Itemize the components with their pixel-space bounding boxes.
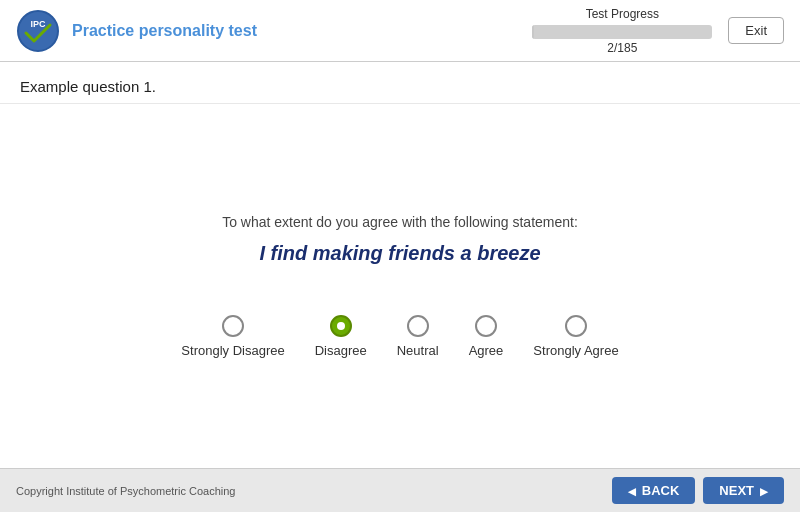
radio-disagree[interactable] xyxy=(330,315,352,337)
option-label-disagree: Disagree xyxy=(315,343,367,358)
option-label-agree: Agree xyxy=(469,343,504,358)
question-area: To what extent do you agree with the fol… xyxy=(0,104,800,468)
copyright-text: Copyright Institute of Psychometric Coac… xyxy=(16,485,236,497)
back-label: BACK xyxy=(642,483,680,498)
radio-neutral[interactable] xyxy=(407,315,429,337)
question-statement: I find making friends a breeze xyxy=(259,242,540,265)
next-label: NEXT xyxy=(719,483,754,498)
back-button[interactable]: BACK xyxy=(612,477,696,504)
back-arrow-icon xyxy=(628,483,636,498)
progress-label: Test Progress xyxy=(586,7,659,21)
radio-inner-disagree xyxy=(337,322,345,330)
radio-agree[interactable] xyxy=(475,315,497,337)
option-strongly-disagree[interactable]: Strongly Disagree xyxy=(181,315,284,358)
radio-strongly-agree[interactable] xyxy=(565,315,587,337)
footer: Copyright Institute of Psychometric Coac… xyxy=(0,468,800,512)
progress-count: 2/185 xyxy=(607,41,637,55)
option-agree[interactable]: Agree xyxy=(469,315,504,358)
question-label: Example question 1. xyxy=(0,62,800,104)
option-label-neutral: Neutral xyxy=(397,343,439,358)
svg-text:IPC: IPC xyxy=(30,19,46,29)
options-row: Strongly Disagree Disagree Neutral Agree xyxy=(181,315,618,358)
nav-buttons: BACK NEXT xyxy=(612,477,784,504)
next-button[interactable]: NEXT xyxy=(703,477,784,504)
app-title: Practice personality test xyxy=(72,22,532,40)
svg-point-0 xyxy=(18,11,58,51)
progress-section: Test Progress 2/185 xyxy=(532,7,712,55)
progress-bar-container xyxy=(532,25,712,39)
main-content: Example question 1. To what extent do yo… xyxy=(0,62,800,468)
next-arrow-icon xyxy=(760,483,768,498)
radio-strongly-disagree[interactable] xyxy=(222,315,244,337)
exit-button[interactable]: Exit xyxy=(728,17,784,44)
option-strongly-agree[interactable]: Strongly Agree xyxy=(533,315,618,358)
header: IPC Practice personality test Test Progr… xyxy=(0,0,800,62)
progress-bar-fill xyxy=(532,25,534,39)
option-label-strongly-disagree: Strongly Disagree xyxy=(181,343,284,358)
option-disagree[interactable]: Disagree xyxy=(315,315,367,358)
option-label-strongly-agree: Strongly Agree xyxy=(533,343,618,358)
question-prompt: To what extent do you agree with the fol… xyxy=(222,214,578,230)
option-neutral[interactable]: Neutral xyxy=(397,315,439,358)
app-logo: IPC xyxy=(16,9,60,53)
